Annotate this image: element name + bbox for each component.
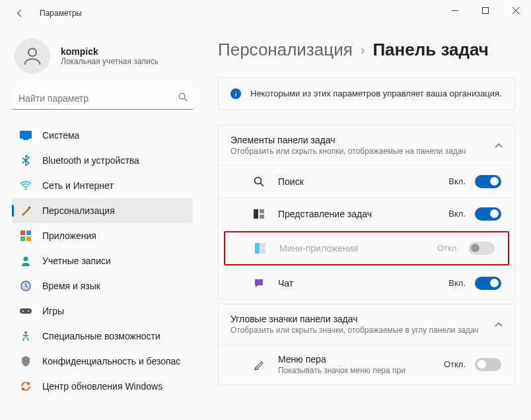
toggle-pen-menu[interactable]: [475, 358, 501, 371]
back-button[interactable]: [13, 7, 26, 20]
svg-rect-11: [20, 230, 25, 235]
gaming-icon: [20, 305, 32, 317]
chevron-up-icon: [495, 318, 503, 330]
row-label: Представление задач: [278, 209, 448, 219]
sidebar-item-label: Время и язык: [42, 281, 100, 291]
section-subtitle: Отобразить или скрыть кнопки, отображаем…: [230, 147, 466, 156]
toggle-state: Вкл.: [448, 176, 466, 186]
minimize-button[interactable]: [440, 0, 470, 21]
sidebar-item-label: Персонализация: [42, 205, 115, 216]
chevron-up-icon: [495, 139, 503, 151]
sidebar-item-label: Система: [42, 130, 79, 141]
svg-rect-18: [20, 308, 32, 314]
breadcrumb-parent[interactable]: Персонализация: [218, 40, 353, 60]
toggle-taskview[interactable]: [475, 207, 501, 221]
svg-point-5: [179, 93, 185, 99]
breadcrumb-current: Панель задач: [372, 40, 489, 60]
svg-point-17: [21, 281, 30, 291]
search-icon[interactable]: [178, 92, 188, 104]
svg-line-6: [184, 98, 187, 101]
toggle-chat[interactable]: [475, 277, 501, 290]
search-input[interactable]: [12, 87, 193, 110]
row-label: Мини-приложения: [279, 243, 437, 254]
section-taskbar-items-header[interactable]: Элементы панели задач Отобразить или скр…: [219, 125, 514, 165]
row-pen-menu: Меню пера Показывать значок меню пера пр…: [219, 344, 514, 384]
sidebar-item-gaming[interactable]: Игры: [12, 298, 193, 324]
toggle-widgets: [468, 242, 495, 255]
row-label: Меню пера: [278, 354, 444, 365]
toggle-state: Откл.: [444, 359, 466, 369]
user-subtitle: Локальная учетная запись: [61, 57, 159, 66]
svg-rect-26: [260, 215, 264, 219]
accounts-icon: [20, 255, 32, 267]
info-text: Некоторыми из этих параметров управляет …: [250, 87, 502, 100]
svg-rect-13: [20, 236, 25, 241]
widgets-icon: [253, 243, 267, 254]
maximize-button[interactable]: [470, 0, 501, 21]
svg-point-19: [22, 310, 24, 312]
system-icon: [20, 129, 32, 141]
svg-point-22: [255, 177, 262, 184]
privacy-icon: [20, 355, 32, 367]
sidebar-item-label: Учетные записи: [42, 256, 111, 266]
row-sublabel: Показывать значок меню пера при: [278, 366, 444, 375]
avatar: [15, 38, 50, 74]
svg-point-15: [24, 257, 28, 262]
sidebar-item-label: Сеть и Интернет: [42, 180, 114, 191]
row-chat: Чат Вкл.: [219, 267, 514, 299]
taskview-icon: [252, 209, 266, 219]
time-icon: [20, 280, 32, 292]
apps-icon: [20, 230, 32, 242]
network-icon: [20, 180, 32, 192]
svg-rect-8: [23, 139, 28, 140]
user-name: kompick: [61, 46, 159, 57]
row-label: Поиск: [278, 176, 448, 187]
sidebar-item-update[interactable]: Центр обновления Windows: [12, 374, 193, 399]
sidebar-item-network[interactable]: Сеть и Интернет: [12, 173, 193, 198]
toggle-search[interactable]: [475, 175, 501, 188]
svg-rect-12: [26, 230, 31, 235]
sidebar-item-label: Игры: [42, 306, 64, 316]
section-subtitle: Отобразить или скрыть значки, отображаем…: [230, 326, 479, 335]
toggle-state: Вкл.: [448, 209, 466, 219]
highlight-box: Мини-приложения Откл.: [224, 231, 509, 265]
sidebar-item-personalization[interactable]: Персонализация: [12, 198, 193, 223]
svg-rect-1: [483, 8, 489, 14]
toggle-state: Вкл.: [448, 278, 466, 288]
breadcrumb: Персонализация › Панель задач: [218, 40, 515, 60]
close-button[interactable]: [501, 0, 531, 21]
sidebar-item-apps[interactable]: Приложения: [12, 223, 193, 248]
sidebar-item-label: Конфиденциальность и безопас: [42, 356, 180, 367]
user-block[interactable]: kompick Локальная учетная запись: [12, 33, 193, 87]
chevron-right-icon: ›: [361, 42, 365, 57]
info-banner: i Некоторыми из этих параметров управляе…: [218, 77, 515, 110]
chat-icon: [252, 278, 266, 289]
window-title: Параметры: [40, 9, 82, 18]
personalization-icon: [20, 205, 32, 217]
sidebar-item-label: Приложения: [42, 230, 96, 241]
svg-point-4: [28, 48, 36, 56]
sidebar-item-time[interactable]: Время и язык: [12, 273, 193, 298]
row-widgets: Мини-приложения Откл.: [225, 232, 508, 264]
sidebar-item-label: Bluetooth и устройства: [42, 155, 139, 166]
row-taskview: Представление задач Вкл.: [219, 197, 514, 230]
search-icon: [252, 176, 266, 187]
section-title: Элементы панели задач: [230, 135, 466, 145]
sidebar-item-bluetooth[interactable]: Bluetooth и устройства: [12, 148, 193, 173]
section-corner-icons-header[interactable]: Угловые значки панели задач Отобразить и…: [219, 304, 514, 344]
svg-point-21: [24, 332, 27, 334]
sidebar-item-accounts[interactable]: Учетные записи: [12, 248, 193, 273]
svg-rect-14: [26, 236, 31, 241]
row-search: Поиск Вкл.: [219, 165, 514, 197]
sidebar-item-accessibility[interactable]: Специальные возможности: [12, 324, 193, 349]
sidebar-item-privacy[interactable]: Конфиденциальность и безопас: [12, 349, 193, 374]
svg-rect-27: [255, 243, 260, 254]
accessibility-icon: [20, 330, 32, 342]
svg-rect-29: [260, 248, 266, 254]
svg-line-23: [261, 183, 264, 186]
sidebar-item-system[interactable]: Система: [12, 123, 193, 148]
section-title: Угловые значки панели задач: [230, 314, 479, 324]
svg-point-9: [25, 188, 27, 190]
svg-rect-7: [20, 131, 32, 139]
svg-rect-25: [260, 209, 264, 213]
